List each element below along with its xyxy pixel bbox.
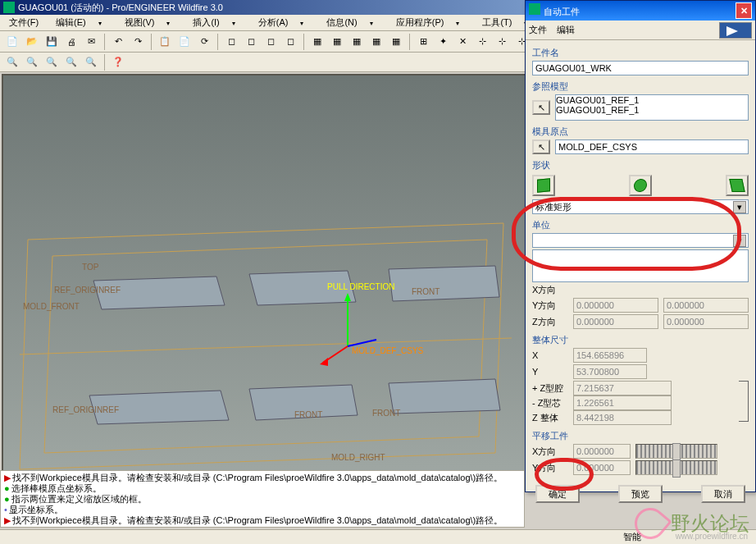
vp-top-label: TOP — [82, 263, 98, 272]
group-workpiece-name: 工件名 — [532, 43, 749, 59]
lbl-trans-y: Y方向 — [532, 462, 568, 474]
tb-view1[interactable]: ◻ — [222, 33, 240, 51]
vp-ref-origin: REF_ORIGINREF — [54, 286, 121, 295]
menu-info[interactable]: 信息(N)▾ — [315, 15, 384, 30]
ok-button[interactable]: 确定 — [535, 485, 580, 503]
shape-box-button[interactable] — [532, 175, 555, 196]
svg-line-2 — [20, 338, 512, 354]
tb-copy[interactable]: 📋 — [156, 33, 174, 51]
ref-item-2[interactable]: GUAGOU01_REF_1 — [556, 105, 748, 115]
svg-marker-5 — [389, 266, 499, 301]
group-mold-origin: 模具原点 — [532, 122, 749, 138]
group-ref-model: 参照模型 — [532, 77, 749, 93]
app-icon — [3, 2, 15, 13]
lbl-z-core: - Z型芯 — [532, 397, 568, 409]
zdir-val1 — [573, 314, 658, 329]
shape-round-button[interactable] — [629, 175, 652, 196]
tb-datum4[interactable]: ⊹ — [473, 33, 491, 51]
vp-csys-label: MOLD_DEF_CSYS — [352, 346, 423, 355]
ref-model-list[interactable]: GUAGOU01_REF_1 GUAGOU01_REF_1 — [555, 94, 749, 121]
tb-undo[interactable]: ↶ — [109, 33, 127, 51]
dialog-logo-icon — [719, 22, 752, 39]
tb-disp4[interactable]: ▦ — [367, 33, 385, 51]
vp-ref-origin2: REF_ORIGINREF — [52, 405, 119, 414]
shape-custom-button[interactable] — [726, 175, 749, 196]
tb-s2[interactable]: 🔍 — [23, 53, 41, 71]
tb-disp1[interactable]: ▦ — [308, 33, 326, 51]
lbl-trans-x: X方向 — [532, 446, 568, 458]
tb-view4[interactable]: ◻ — [281, 33, 299, 51]
tb-s3[interactable]: 🔍 — [43, 53, 61, 71]
trans-x-slider[interactable] — [635, 444, 717, 459]
dialog-menu-file[interactable]: 文件 — [529, 24, 547, 36]
pick-origin-button[interactable]: ↖ — [532, 139, 550, 154]
lbl-zdir: Z方向 — [532, 316, 568, 328]
tb-view3[interactable]: ◻ — [262, 33, 280, 51]
tb-open[interactable]: 📂 — [23, 33, 41, 51]
ref-item-1[interactable]: GUAGOU01_REF_1 — [556, 95, 748, 105]
tb-disp5[interactable]: ▦ — [387, 33, 405, 51]
dialog-close-button[interactable]: ✕ — [736, 2, 752, 19]
dialog-icon — [529, 3, 540, 15]
trans-x-val[interactable] — [573, 444, 631, 459]
tb-regen[interactable]: ⟳ — [195, 33, 213, 51]
tb-redo[interactable]: ↷ — [129, 33, 147, 51]
group-overall-size: 整体尺寸 — [532, 331, 749, 346]
trans-y-val[interactable] — [573, 460, 631, 475]
svg-marker-12 — [320, 358, 328, 366]
tb-disp2[interactable]: ▦ — [328, 33, 346, 51]
unit-dropdown[interactable] — [532, 233, 749, 248]
vp-mold-front: MOLD_FRONT — [23, 302, 80, 311]
watermark-flame-icon — [635, 508, 666, 539]
unit-list[interactable] — [532, 249, 749, 282]
preview-button[interactable]: 预览 — [618, 485, 663, 503]
tb-datum1[interactable]: ⊞ — [414, 33, 432, 51]
menu-edit[interactable]: 编辑(E)▾ — [44, 15, 113, 30]
workpiece-name-input[interactable] — [532, 61, 749, 75]
dialog-title-text: 自动工件 — [544, 7, 580, 16]
tb-print[interactable]: 🖨 — [62, 33, 80, 51]
tb-help-cursor[interactable]: ❓ — [109, 53, 127, 71]
tb-s4[interactable]: 🔍 — [62, 53, 80, 71]
tb-s5[interactable]: 🔍 — [82, 53, 100, 71]
msg-5: 找不到Workpiece模具目录。请检查安装和/或目录 (C:\Program … — [4, 515, 521, 526]
group-translate: 平移工件 — [532, 427, 749, 442]
z-total-val — [573, 410, 672, 425]
pick-ref-button[interactable]: ↖ — [532, 100, 550, 115]
vp-pull-direction: PULL DIRECTION — [327, 282, 394, 291]
origin-input[interactable] — [555, 139, 749, 154]
z-bracket-icon — [739, 381, 749, 422]
group-unit: 单位 — [532, 216, 749, 231]
msg-2: 选择棒模原点坐标系。 — [4, 483, 521, 494]
tb-datum3[interactable]: ✕ — [453, 33, 471, 51]
dialog-menu-edit[interactable]: 编辑 — [557, 24, 575, 36]
menu-file[interactable]: 文件(F) — [3, 15, 44, 30]
lbl-z-cavity: + Z型腔 — [532, 382, 568, 395]
lbl-z-total: Z 整体 — [532, 412, 568, 424]
tb-new[interactable]: 📄 — [3, 33, 21, 51]
lbl-ydir: Y方向 — [532, 299, 568, 312]
size-x-val — [573, 348, 647, 363]
lbl-size-x: X — [532, 350, 568, 360]
menu-analysis[interactable]: 分析(A)▾ — [247, 15, 316, 30]
menu-apps[interactable]: 应用程序(P)▾ — [385, 15, 471, 30]
tb-view2[interactable]: ◻ — [242, 33, 260, 51]
auto-workpiece-dialog: 自动工件 ✕ 文件 编辑 工件名 参照模型 ↖ GUAGOU01_REF_1 G… — [525, 0, 756, 492]
vp-front-2: FRONT — [294, 410, 322, 419]
menu-insert[interactable]: 插入(I)▾ — [181, 15, 246, 30]
cancel-button[interactable]: 取消 — [701, 485, 745, 503]
tb-datum5[interactable]: ⊹ — [493, 33, 511, 51]
tb-disp3[interactable]: ▦ — [348, 33, 366, 51]
dialog-title-bar[interactable]: 自动工件 ✕ — [526, 1, 755, 21]
tb-s1[interactable]: 🔍 — [3, 53, 21, 71]
app-title: GUAGOU01 (活动的) - Pro/ENGINEER Wildfire 3… — [18, 2, 223, 14]
tb-save[interactable]: 💾 — [43, 33, 61, 51]
menu-view[interactable]: 视图(V)▾ — [113, 15, 182, 30]
tb-mail[interactable]: ✉ — [82, 33, 100, 51]
message-area: 找不到Workpiece模具目录。请检查安装和/或目录 (C:\Program … — [0, 470, 525, 528]
tb-paste[interactable]: 📄 — [175, 33, 194, 51]
shape-type-dropdown[interactable]: 标准矩形 — [532, 199, 749, 214]
trans-y-slider[interactable] — [635, 460, 717, 475]
lbl-size-y: Y — [532, 367, 568, 377]
tb-datum2[interactable]: ✦ — [434, 33, 452, 51]
